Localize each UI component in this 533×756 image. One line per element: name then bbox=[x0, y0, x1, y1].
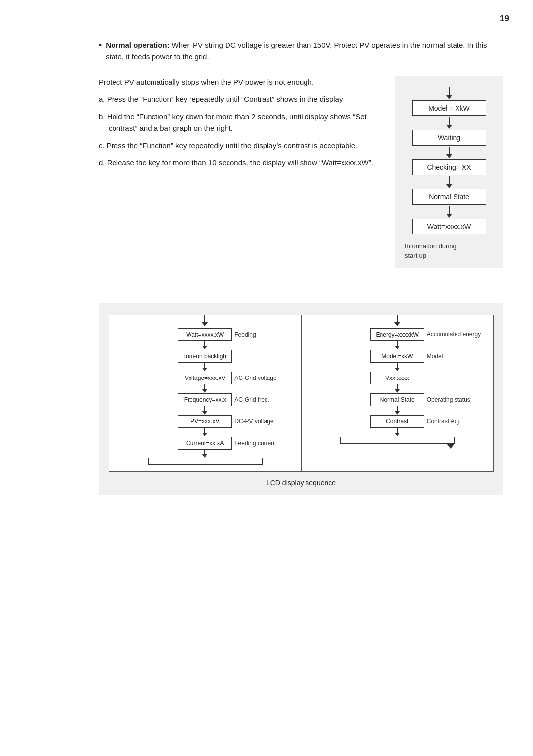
lcd-left-row-1: Watt=xxxx.xW Feeding bbox=[109, 328, 301, 341]
lcd-left-label-1: Feeding bbox=[234, 331, 256, 338]
lcd-left-row-6: Current=xx.xA Feeding current bbox=[109, 437, 301, 450]
lcd-left-row-5: PV=xxx.xV DC-PV voltage bbox=[109, 415, 301, 428]
lcd-right-row-2: Model=xkW Model bbox=[302, 350, 494, 363]
lcd-left-label-5: DC-PV voltage bbox=[234, 418, 273, 425]
steps-list: a. Press the “Function” key repeatedly u… bbox=[99, 93, 379, 168]
right-col-top-arrow bbox=[394, 315, 400, 326]
lcd-right-box-2: Model=xkW bbox=[370, 350, 424, 363]
lcd-right-label-5: Contrast Adj. bbox=[427, 418, 461, 425]
lcd-left-box-3: Voltage=xxx.xV bbox=[178, 372, 232, 384]
step-d: d. Release the key for more than 10 seco… bbox=[99, 157, 379, 168]
lcd-right-box-4: Normal State bbox=[370, 393, 424, 406]
lcd-left-box-4: Frequency=xx.x bbox=[178, 393, 232, 406]
flow-arrow-2 bbox=[446, 146, 452, 159]
lcd-right-loop-indicator bbox=[340, 437, 455, 444]
flow-diagram: Model = XkW Waiting Checking= XX Normal … bbox=[395, 76, 503, 268]
bullet-text: Normal operation: When PV string DC volt… bbox=[106, 39, 503, 63]
lcd-left-box-2: Turn-on backlight bbox=[178, 350, 232, 363]
flow-caption: Information during start-up bbox=[403, 241, 495, 261]
lcd-left-box-6: Current=xx.xA bbox=[178, 437, 232, 450]
intro-paragraph: Protect PV automatically stops when the … bbox=[99, 76, 379, 89]
main-section: Protect PV automatically stops when the … bbox=[99, 76, 503, 268]
lcd-right-arrow-3 bbox=[395, 384, 400, 393]
left-text: Protect PV automatically stops when the … bbox=[99, 76, 379, 268]
flow-arrow-1 bbox=[446, 116, 452, 130]
step-b-label: b. bbox=[99, 113, 107, 121]
lcd-caption: LCD display sequence bbox=[109, 479, 494, 487]
lcd-left-arrow-1 bbox=[202, 341, 207, 350]
lcd-left-col: Watt=xxxx.xW Feeding Turn-on backlight V… bbox=[109, 315, 302, 471]
flow-arrow-3 bbox=[446, 175, 452, 189]
flow-arrow-4 bbox=[446, 205, 452, 219]
lcd-right-row-5: Contrast Contrast Adj. bbox=[302, 415, 494, 428]
left-col-top-arrow bbox=[202, 315, 208, 326]
page-number: 19 bbox=[500, 14, 509, 24]
lcd-left-label-4: AC-Grid freq. bbox=[234, 396, 269, 403]
lcd-right-arrow-1 bbox=[395, 341, 400, 350]
lcd-diagram-container: Watt=xxxx.xW Feeding Turn-on backlight V… bbox=[99, 303, 503, 495]
step-a-label: a. bbox=[99, 95, 107, 103]
step-a: a. Press the “Function” key repeatedly u… bbox=[99, 93, 379, 105]
step-c-text: Press the “Function” key repeatedly unti… bbox=[107, 141, 357, 150]
lcd-left-label-6: Feeding current bbox=[234, 440, 276, 447]
flow-box-waiting: Waiting bbox=[412, 130, 486, 146]
flow-box-checking: Checking= XX bbox=[412, 159, 486, 175]
lcd-left-arrow-6 bbox=[202, 450, 207, 458]
lcd-left-arrow-5 bbox=[202, 428, 207, 437]
lcd-right-arrow-4 bbox=[395, 406, 400, 415]
step-d-label: d. bbox=[99, 158, 107, 167]
bullet-section: • Normal operation: When PV string DC vo… bbox=[99, 39, 503, 63]
lcd-right-label-1: Accumulated energy bbox=[427, 331, 481, 339]
lcd-left-arrow-3 bbox=[202, 384, 207, 393]
lcd-left-row-4: Frequency=xx.x AC-Grid freq. bbox=[109, 393, 301, 406]
bullet-label: Normal operation: bbox=[106, 41, 169, 49]
lcd-left-row-3: Voltage=xxx.xV AC-Grid voltage bbox=[109, 372, 301, 384]
flow-entry-arrow bbox=[446, 86, 452, 100]
lcd-left-label-3: AC-Grid voltage bbox=[234, 375, 276, 381]
flow-caption-line2: start-up bbox=[405, 251, 495, 261]
lcd-diagram: Watt=xxxx.xW Feeding Turn-on backlight V… bbox=[109, 315, 494, 472]
step-d-text: Release the key for more than 10 seconds… bbox=[107, 158, 373, 167]
lcd-right-row-1: Energy=xxxxkW Accumulated energy bbox=[302, 328, 494, 341]
flow-box-model: Model = XkW bbox=[412, 100, 486, 116]
lcd-right-arrow-5 bbox=[395, 428, 400, 437]
lcd-left-row-2: Turn-on backlight bbox=[109, 350, 301, 363]
lcd-right-row-3: Vxx.xxxx bbox=[302, 372, 494, 384]
lcd-left-arrow-2 bbox=[202, 363, 207, 372]
lcd-left-box-5: PV=xxx.xV bbox=[178, 415, 232, 428]
step-c-label: c. bbox=[99, 141, 107, 150]
lcd-right-row-4: Normal State Operating status bbox=[302, 393, 494, 406]
lcd-left-box-1: Watt=xxxx.xW bbox=[178, 328, 232, 341]
flow-box-normal: Normal State bbox=[412, 189, 486, 205]
step-c: c. Press the “Function” key repeatedly u… bbox=[99, 140, 379, 151]
lcd-right-label-4: Operating status bbox=[427, 396, 470, 403]
step-b: b. Hold the “Function” key down for more… bbox=[99, 111, 379, 134]
lcd-right-box-5: Contrast bbox=[370, 415, 424, 428]
bullet-dot: • bbox=[99, 39, 102, 63]
lcd-right-arrow-2 bbox=[395, 363, 400, 372]
flow-caption-line1: Information during bbox=[405, 241, 495, 251]
lcd-right-box-3: Vxx.xxxx bbox=[370, 372, 424, 384]
step-b-text: Hold the “Function” key down for more th… bbox=[107, 113, 367, 132]
lcd-right-bottom-arrow bbox=[340, 444, 455, 449]
lcd-left-loop-indicator bbox=[148, 458, 263, 465]
lcd-right-box-1: Energy=xxxxkW bbox=[370, 328, 424, 341]
lcd-right-label-2: Model bbox=[427, 353, 443, 360]
flow-box-watt: Watt=xxxx.xW bbox=[412, 219, 486, 234]
step-a-text: Press the “Function” key repeatedly unti… bbox=[107, 95, 344, 103]
lcd-left-arrow-4 bbox=[202, 406, 207, 415]
lcd-right-col: Energy=xxxxkW Accumulated energy Model=x… bbox=[302, 315, 494, 471]
